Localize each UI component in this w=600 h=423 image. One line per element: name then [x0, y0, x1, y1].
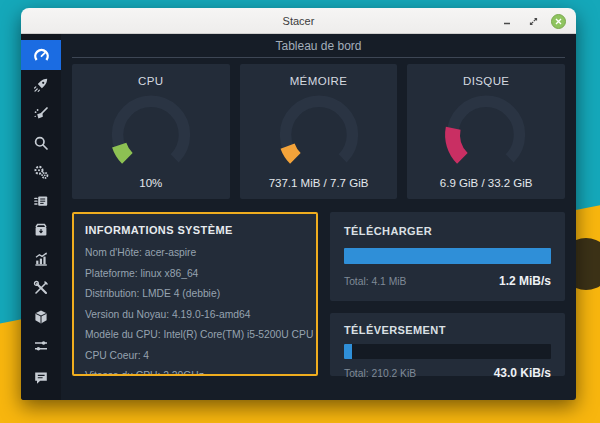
box-icon: [33, 309, 49, 325]
sliders-icon: [33, 338, 49, 354]
info-kernel: Version du Noyau: 4.19.0-16-amd64: [85, 305, 305, 326]
info-cpu-speed: Vitesse du CPU: 2.20GHz: [85, 366, 305, 376]
upload-title: TÉLÉVERSEMENT: [344, 324, 551, 336]
close-button[interactable]: [551, 14, 566, 29]
window-title: Stacer: [21, 15, 576, 27]
minimize-icon: [502, 16, 512, 26]
info-cpu-cores: CPU Coeur: 4: [85, 346, 305, 367]
upload-speed: 43.0 KiB/s: [494, 366, 551, 380]
bottom-row: INFORMATIONS SYSTÈME Nom d'Hôte: acer-as…: [72, 212, 565, 376]
window-body: Tableau de bord CPU 10% MÉMOIRE 737.1 Mi…: [21, 34, 576, 400]
download-total: Total: 4.1 MiB: [344, 276, 406, 287]
stacer-window: Stacer: [21, 8, 576, 400]
info-platform: Plateforme: linux x86_64: [85, 264, 305, 285]
sidebar-item-system-cleaner[interactable]: [21, 99, 61, 128]
close-icon: [555, 18, 562, 25]
sidebar-item-resources[interactable]: [21, 244, 61, 273]
chart-icon: [33, 251, 49, 267]
upload-progress-track: [344, 344, 551, 359]
sidebar-item-startup-apps[interactable]: [21, 70, 61, 99]
download-progress-fill: [344, 248, 551, 264]
tools-icon: [33, 280, 49, 296]
cpu-gauge: [91, 89, 211, 177]
sidebar-item-settings[interactable]: [21, 331, 61, 360]
network-column: TÉLÉCHARGER Total: 4.1 MiB 1.2 MiB/s TÉL…: [330, 212, 565, 376]
desktop: Stacer: [0, 0, 600, 423]
info-distribution: Distribution: LMDE 4 (debbie): [85, 284, 305, 305]
broom-icon: [33, 106, 49, 122]
cpu-gauge-title: CPU: [138, 75, 163, 87]
system-info-title: INFORMATIONS SYSTÈME: [85, 224, 305, 236]
minimize-button[interactable]: [499, 13, 515, 29]
window-controls: [499, 8, 566, 34]
disk-gauge: [426, 89, 546, 177]
sidebar-item-uninstaller[interactable]: [21, 215, 61, 244]
sidebar-item-apt-repository[interactable]: [21, 302, 61, 331]
titlebar[interactable]: Stacer: [21, 8, 576, 34]
memory-gauge: [259, 89, 379, 177]
upload-total: Total: 210.2 KiB: [344, 368, 416, 379]
speedometer-icon: [33, 47, 50, 64]
sidebar-item-dashboard[interactable]: [21, 40, 61, 70]
sidebar: [21, 34, 61, 400]
info-hostname: Nom d'Hôte: acer-aspire: [85, 243, 305, 264]
download-progress-track: [344, 248, 551, 264]
memory-gauge-title: MÉMOIRE: [290, 75, 348, 87]
cpu-gauge-panel: CPU 10%: [72, 64, 230, 199]
sidebar-item-helpers[interactable]: [21, 273, 61, 302]
speech-bubble-icon: [33, 370, 49, 386]
maximize-button[interactable]: [525, 13, 541, 29]
sidebar-item-services[interactable]: [21, 157, 61, 186]
gears-icon: [33, 164, 49, 180]
disk-gauge-panel: DISQUE 6.9 GiB / 33.2 GiB: [407, 64, 565, 199]
sidebar-item-search[interactable]: [21, 128, 61, 157]
system-info-panel: INFORMATIONS SYSTÈME Nom d'Hôte: acer-as…: [72, 212, 318, 376]
page-title: Tableau de bord: [72, 34, 565, 58]
magnifier-icon: [33, 135, 49, 151]
disk-gauge-value: 6.9 GiB / 33.2 GiB: [440, 177, 533, 189]
process-list-icon: [33, 193, 49, 209]
download-title: TÉLÉCHARGER: [344, 225, 551, 237]
gauges-row: CPU 10% MÉMOIRE 737.1 MiB / 7.7 GiB DISQ…: [72, 64, 565, 199]
memory-gauge-value: 737.1 MiB / 7.7 GiB: [269, 177, 369, 189]
restore-icon: [528, 16, 539, 27]
rocket-icon: [33, 77, 49, 93]
download-speed: 1.2 MiB/s: [499, 274, 551, 288]
download-panel: TÉLÉCHARGER Total: 4.1 MiB 1.2 MiB/s: [330, 212, 565, 301]
info-cpu-model: Modèle du CPU: Intel(R) Core(TM) i5-5200…: [85, 325, 305, 346]
sidebar-item-feedback[interactable]: [21, 363, 61, 392]
upload-progress-fill: [344, 344, 352, 359]
cpu-gauge-value: 10%: [139, 177, 162, 189]
main-content: Tableau de bord CPU 10% MÉMOIRE 737.1 Mi…: [61, 34, 576, 400]
disk-gauge-title: DISQUE: [463, 75, 510, 87]
sidebar-item-processes[interactable]: [21, 186, 61, 215]
package-icon: [33, 222, 49, 238]
upload-panel: TÉLÉVERSEMENT Total: 210.2 KiB 43.0 KiB/…: [330, 313, 565, 376]
memory-gauge-panel: MÉMOIRE 737.1 MiB / 7.7 GiB: [240, 64, 398, 199]
